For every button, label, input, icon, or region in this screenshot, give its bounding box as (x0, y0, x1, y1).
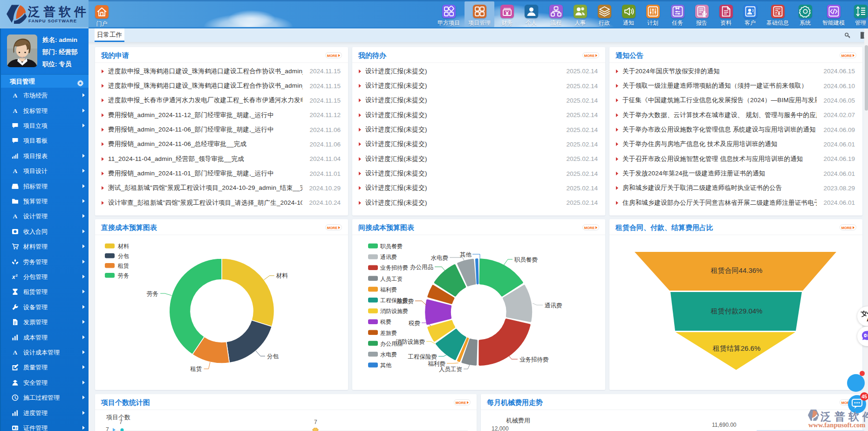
svg-text:其他: 其他 (460, 251, 472, 258)
svg-text:人员工资: 人员工资 (380, 276, 403, 282)
svg-text:消防设施费: 消防设施费 (380, 308, 408, 314)
svg-text:水电费: 水电费 (431, 255, 449, 261)
svg-text:租赁: 租赁 (190, 366, 202, 372)
svg-text:材料: 材料 (117, 243, 129, 250)
svg-text:其他: 其他 (380, 362, 392, 368)
svg-text:A: A (13, 107, 18, 114)
svg-text:2: 2 (16, 273, 18, 278)
svg-text:办公用品: 办公用品 (410, 264, 433, 271)
svg-text:A: A (13, 167, 18, 174)
svg-text:租赁结算26.6%: 租赁结算26.6% (713, 344, 761, 352)
svg-text:劳务: 劳务 (147, 291, 158, 297)
svg-text:差旅费: 差旅费 (396, 298, 414, 305)
svg-text:分包: 分包 (118, 253, 129, 259)
svg-text:人员工资: 人员工资 (439, 366, 463, 373)
svg-text:职员餐费: 职员餐费 (380, 243, 403, 250)
svg-text:租赁付款29.04%: 租赁付款29.04% (711, 307, 763, 315)
svg-text:A: A (13, 213, 18, 220)
svg-text:A: A (13, 92, 18, 99)
svg-text:差旅费: 差旅费 (380, 330, 397, 336)
svg-text:税费: 税费 (380, 319, 391, 325)
svg-text:业务招待费: 业务招待费 (519, 356, 549, 363)
svg-text:劳务: 劳务 (118, 272, 129, 279)
svg-text:工程保险费: 工程保险费 (408, 354, 437, 360)
svg-text:职员餐费: 职员餐费 (514, 257, 538, 263)
svg-text:业务招待费: 业务招待费 (380, 264, 408, 271)
svg-text:A: A (13, 349, 18, 356)
svg-text:税费: 税费 (408, 320, 420, 327)
svg-text:材料: 材料 (276, 272, 288, 279)
svg-text:租赁: 租赁 (117, 263, 129, 269)
svg-text:水电费: 水电费 (380, 351, 397, 358)
svg-text:通讯费: 通讯费 (380, 254, 397, 260)
svg-text:分包: 分包 (267, 353, 279, 360)
svg-text:通讯费: 通讯费 (545, 302, 562, 309)
svg-text:租赁合同44.36%: 租赁合同44.36% (711, 266, 763, 274)
svg-text:福利费: 福利费 (380, 286, 397, 293)
svg-text:消防设施费: 消防设施费 (396, 339, 425, 345)
